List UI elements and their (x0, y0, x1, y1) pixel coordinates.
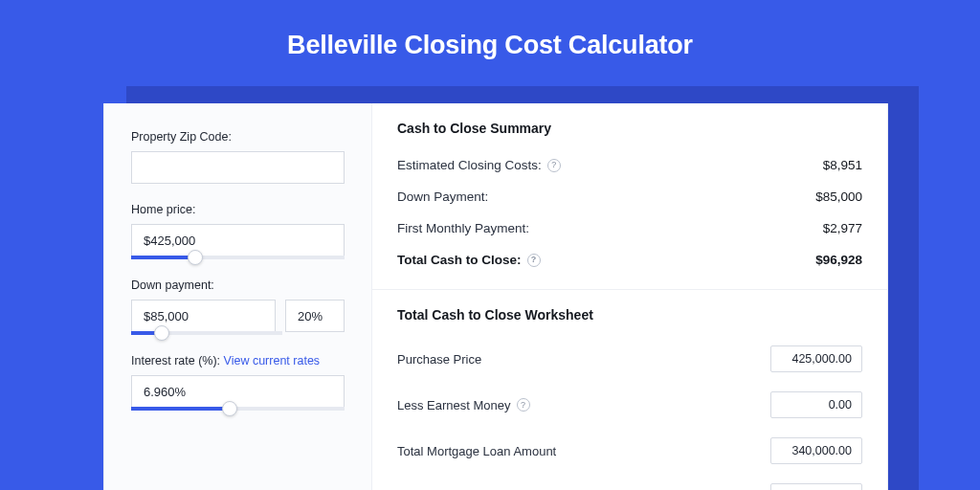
summary-row-closing: Estimated Closing Costs: ? $8,951 (397, 149, 862, 181)
interest-rate-slider[interactable] (131, 407, 345, 411)
worksheet-row-loan: Total Mortgage Loan Amount 340,000.00 (397, 428, 862, 474)
worksheet-loan-label: Total Mortgage Loan Amount (397, 444, 556, 458)
summary-down-label: Down Payment: (397, 189, 488, 204)
worksheet-section: Total Cash to Close Worksheet Purchase P… (372, 290, 887, 490)
summary-row-down: Down Payment: $85,000 (397, 181, 862, 212)
down-payment-pct-input[interactable] (285, 300, 345, 332)
worksheet-row-second: Total Second Mortgage Amount 0.00 (397, 474, 862, 490)
summary-first-value: $2,977 (823, 221, 862, 235)
summary-section: Cash to Close Summary Estimated Closing … (372, 103, 887, 290)
worksheet-title: Total Cash to Close Worksheet (397, 307, 862, 323)
home-price-field: Home price: (131, 203, 345, 259)
worksheet-row-purchase: Purchase Price 425,000.00 (397, 336, 862, 382)
summary-closing-value: $8,951 (823, 158, 862, 172)
summary-down-value: $85,000 (815, 189, 862, 204)
page-title: Belleville Closing Cost Calculator (287, 31, 693, 60)
down-payment-label: Down payment: (131, 278, 345, 292)
summary-first-label: First Monthly Payment: (397, 221, 529, 235)
help-icon[interactable]: ? (517, 398, 530, 412)
help-icon[interactable]: ? (527, 254, 541, 267)
summary-total-label: Total Cash to Close: (397, 253, 522, 267)
down-payment-slider[interactable] (131, 331, 282, 335)
home-price-label: Home price: (131, 203, 345, 216)
worksheet-second-value[interactable]: 0.00 (770, 483, 862, 490)
interest-rate-label: Interest rate (%): View current rates (131, 354, 345, 368)
worksheet-row-earnest: Less Earnest Money ? 0.00 (397, 382, 862, 428)
interest-rate-input[interactable] (131, 375, 345, 408)
interest-rate-label-text: Interest rate (%): (131, 354, 220, 368)
summary-title: Cash to Close Summary (397, 121, 862, 136)
home-price-slider-fill (131, 256, 195, 259)
view-rates-link[interactable]: View current rates (224, 354, 321, 368)
home-price-slider[interactable] (131, 256, 345, 259)
worksheet-loan-value[interactable]: 340,000.00 (770, 437, 862, 464)
interest-rate-slider-thumb[interactable] (222, 401, 237, 416)
summary-total-value: $96,928 (815, 253, 862, 267)
summary-row-total: Total Cash to Close: ? $96,928 (397, 244, 862, 276)
zip-label: Property Zip Code: (131, 130, 345, 144)
down-payment-field: Down payment: (131, 278, 345, 335)
worksheet-purchase-label: Purchase Price (397, 352, 481, 367)
calculator-card: Property Zip Code: Home price: Down paym… (103, 103, 888, 490)
help-icon[interactable]: ? (547, 159, 561, 172)
zip-field: Property Zip Code: (131, 130, 345, 184)
down-payment-slider-thumb[interactable] (154, 325, 169, 341)
summary-row-first: First Monthly Payment: $2,977 (397, 212, 862, 244)
worksheet-purchase-value[interactable]: 425,000.00 (770, 345, 862, 372)
summary-closing-label: Estimated Closing Costs: (397, 158, 542, 172)
home-price-input[interactable] (131, 224, 345, 256)
worksheet-earnest-value[interactable]: 0.00 (770, 391, 862, 418)
interest-rate-slider-fill (131, 407, 230, 411)
down-payment-amount-input[interactable] (131, 300, 276, 332)
home-price-slider-thumb[interactable] (188, 250, 203, 265)
inputs-panel: Property Zip Code: Home price: Down paym… (104, 103, 372, 490)
zip-input[interactable] (131, 151, 345, 184)
results-panel: Cash to Close Summary Estimated Closing … (372, 103, 887, 490)
worksheet-earnest-label: Less Earnest Money (397, 398, 511, 412)
interest-rate-field: Interest rate (%): View current rates (131, 354, 345, 411)
